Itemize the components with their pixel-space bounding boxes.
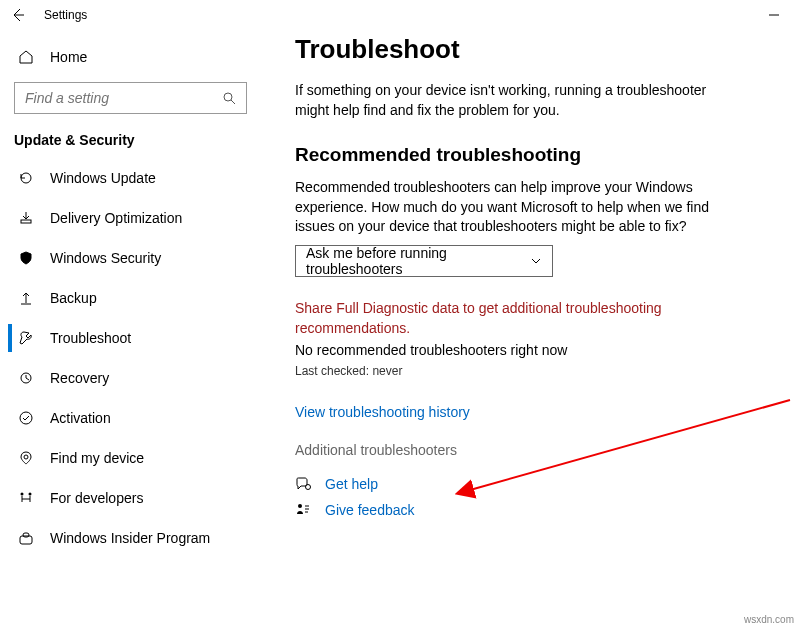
- page-title: Troubleshoot: [295, 34, 770, 65]
- recommended-heading: Recommended troubleshooting: [295, 144, 770, 166]
- back-button[interactable]: [6, 3, 30, 27]
- nav-label: Activation: [50, 410, 111, 426]
- nav-label: Find my device: [50, 450, 144, 466]
- delivery-icon: [18, 210, 36, 226]
- svg-rect-4: [21, 220, 31, 223]
- sidebar-home[interactable]: Home: [8, 38, 253, 76]
- sidebar-item-windows-security[interactable]: Windows Security: [8, 238, 253, 278]
- location-icon: [18, 450, 36, 466]
- svg-point-8: [24, 455, 28, 459]
- page-intro: If something on your device isn't workin…: [295, 81, 725, 120]
- search-icon: [222, 91, 236, 105]
- sidebar-item-troubleshoot[interactable]: Troubleshoot: [8, 318, 253, 358]
- svg-point-9: [21, 493, 24, 496]
- sidebar-item-find-my-device[interactable]: Find my device: [8, 438, 253, 478]
- developers-icon: [18, 490, 36, 506]
- svg-point-13: [306, 485, 311, 490]
- additional-heading[interactable]: Additional troubleshooters: [295, 442, 770, 458]
- nav-label: Windows Security: [50, 250, 161, 266]
- troubleshoot-preference-dropdown[interactable]: Ask me before running troubleshooters: [295, 245, 553, 277]
- search-box[interactable]: [14, 82, 247, 114]
- backup-icon: [18, 290, 36, 306]
- svg-point-10: [29, 493, 32, 496]
- home-label: Home: [50, 49, 87, 65]
- search-input[interactable]: [25, 90, 222, 106]
- last-checked: Last checked: never: [295, 364, 770, 378]
- watermark: wsxdn.com: [744, 614, 794, 625]
- get-help-link[interactable]: Get help: [325, 476, 378, 492]
- home-icon: [18, 49, 36, 65]
- dropdown-value: Ask me before running troubleshooters: [306, 245, 530, 277]
- nav-label: Delivery Optimization: [50, 210, 182, 226]
- get-help-icon: [295, 476, 317, 492]
- window-title: Settings: [44, 8, 87, 22]
- sync-icon: [18, 170, 36, 186]
- diagnostic-warning: Share Full Diagnostic data to get additi…: [295, 299, 725, 338]
- nav-label: For developers: [50, 490, 143, 506]
- nav-label: Recovery: [50, 370, 109, 386]
- svg-point-14: [298, 504, 302, 508]
- insider-icon: [18, 530, 36, 546]
- svg-point-7: [20, 412, 32, 424]
- nav-label: Windows Update: [50, 170, 156, 186]
- chevron-down-icon: [530, 255, 542, 267]
- sidebar-item-activation[interactable]: Activation: [8, 398, 253, 438]
- sidebar-item-backup[interactable]: Backup: [8, 278, 253, 318]
- nav-label: Troubleshoot: [50, 330, 131, 346]
- feedback-icon: [295, 502, 317, 518]
- sidebar-item-windows-update[interactable]: Windows Update: [8, 158, 253, 198]
- history-link[interactable]: View troubleshooting history: [295, 404, 770, 420]
- nav-label: Windows Insider Program: [50, 530, 210, 546]
- svg-point-2: [224, 93, 232, 101]
- sidebar-item-insider[interactable]: Windows Insider Program: [8, 518, 253, 558]
- shield-icon: [18, 250, 36, 266]
- section-label: Update & Security: [8, 128, 253, 158]
- give-feedback-link[interactable]: Give feedback: [325, 502, 415, 518]
- sidebar: Home Update & Security Windows Update De…: [0, 30, 265, 629]
- activation-icon: [18, 410, 36, 426]
- recovery-icon: [18, 370, 36, 386]
- recommended-desc: Recommended troubleshooters can help imp…: [295, 178, 725, 237]
- troubleshoot-icon: [18, 330, 36, 346]
- minimize-button[interactable]: [754, 0, 794, 30]
- svg-line-3: [231, 100, 235, 104]
- sidebar-item-recovery[interactable]: Recovery: [8, 358, 253, 398]
- sidebar-item-delivery-optimization[interactable]: Delivery Optimization: [8, 198, 253, 238]
- sidebar-item-for-developers[interactable]: For developers: [8, 478, 253, 518]
- main-content: Troubleshoot If something on your device…: [265, 30, 800, 629]
- nav-label: Backup: [50, 290, 97, 306]
- no-recommended-text: No recommended troubleshooters right now: [295, 342, 770, 358]
